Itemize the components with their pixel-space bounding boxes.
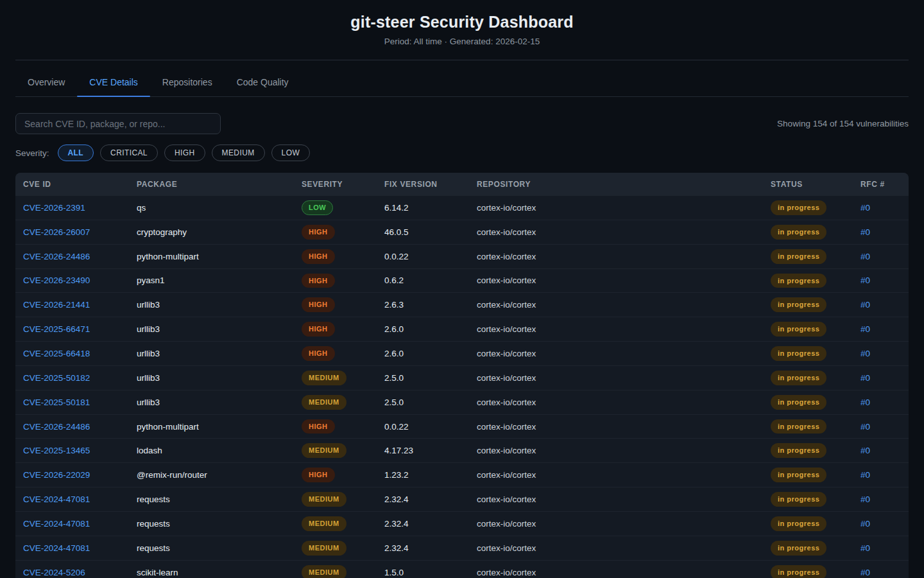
tab-overview[interactable]: Overview	[15, 60, 77, 96]
cve-link[interactable]: CVE-2025-13465	[23, 446, 90, 455]
cve-link[interactable]: CVE-2026-26007	[23, 227, 90, 237]
severity-cell: HIGH	[294, 414, 377, 439]
cve-link[interactable]: CVE-2024-47081	[23, 543, 90, 553]
severity-filter-high[interactable]: HIGH	[164, 144, 205, 161]
table-row: CVE-2024-47081 requests MEDIUM 2.32.4 co…	[15, 511, 909, 536]
package-cell: cryptography	[129, 220, 294, 244]
rfc-link[interactable]: #0	[860, 276, 870, 285]
severity-badge: MEDIUM	[302, 443, 346, 458]
rfc-cell: #0	[853, 244, 909, 268]
table-row: CVE-2026-26007 cryptography HIGH 46.0.5 …	[15, 220, 909, 244]
table-row: CVE-2026-24486 python-multipart HIGH 0.0…	[15, 414, 909, 439]
table-row: CVE-2024-47081 requests MEDIUM 2.32.4 co…	[15, 536, 909, 560]
rfc-link[interactable]: #0	[860, 495, 870, 504]
cve-link[interactable]: CVE-2024-5206	[23, 568, 85, 577]
cve-link[interactable]: CVE-2026-24486	[23, 252, 90, 261]
column-header-cve-id: CVE ID	[15, 173, 129, 196]
rfc-link[interactable]: #0	[860, 543, 870, 553]
severity-filter-medium[interactable]: MEDIUM	[212, 144, 265, 161]
severity-filter-low[interactable]: LOW	[271, 144, 311, 161]
severity-cell: HIGH	[294, 268, 377, 293]
severity-badge: HIGH	[302, 322, 335, 337]
cve-id-cell: CVE-2025-13465	[15, 439, 129, 463]
severity-filter-label: Severity:	[15, 148, 49, 158]
package-cell: urllib3	[129, 342, 294, 366]
fix-version-cell: 4.17.23	[377, 439, 469, 463]
rfc-link[interactable]: #0	[860, 227, 870, 237]
rfc-link[interactable]: #0	[860, 422, 870, 432]
tab-cve-details[interactable]: CVE Details	[77, 60, 150, 96]
cve-link[interactable]: CVE-2026-24486	[23, 422, 90, 432]
severity-filter-pill-label: LOW	[282, 148, 300, 157]
vulnerability-table-card: CVE ID PACKAGE SEVERITY FIX VERSION REPO…	[15, 173, 909, 578]
cve-id-cell: CVE-2026-2391	[15, 196, 129, 220]
cve-id-cell: CVE-2025-66471	[15, 317, 129, 342]
rfc-link[interactable]: #0	[860, 324, 870, 334]
cve-id-cell: CVE-2025-50181	[15, 390, 129, 414]
cve-link[interactable]: CVE-2026-21441	[23, 300, 90, 310]
status-cell: in progress	[763, 536, 853, 560]
tab-label: Repositories	[162, 77, 212, 87]
cve-id-cell: CVE-2026-21441	[15, 293, 129, 317]
column-header-repository: REPOSITORY	[469, 173, 763, 196]
severity-cell: HIGH	[294, 463, 377, 487]
severity-badge: HIGH	[302, 249, 335, 264]
cve-link[interactable]: CVE-2026-2391	[23, 203, 85, 213]
severity-filter-pill-label: MEDIUM	[222, 148, 255, 157]
rfc-link[interactable]: #0	[860, 203, 870, 213]
cve-link[interactable]: CVE-2026-23490	[23, 276, 90, 285]
package-cell: qs	[129, 196, 294, 220]
severity-badge: HIGH	[302, 346, 335, 361]
severity-badge: MEDIUM	[302, 565, 346, 578]
rfc-cell: #0	[853, 220, 909, 244]
tab-code-quality[interactable]: Code Quality	[225, 60, 301, 96]
rfc-link[interactable]: #0	[860, 373, 870, 383]
severity-cell: MEDIUM	[294, 536, 377, 560]
repository-cell: cortex-io/cortex	[469, 220, 763, 244]
status-cell: in progress	[763, 196, 853, 220]
rfc-link[interactable]: #0	[860, 568, 870, 577]
cve-id-cell: CVE-2026-24486	[15, 244, 129, 268]
search-input[interactable]	[15, 113, 221, 134]
package-cell: urllib3	[129, 390, 294, 414]
cve-link[interactable]: CVE-2024-47081	[23, 519, 90, 529]
repository-cell: cortex-io/cortex	[469, 365, 763, 390]
rfc-link[interactable]: #0	[860, 446, 870, 455]
fix-version-cell: 2.32.4	[377, 487, 469, 512]
rfc-link[interactable]: #0	[860, 470, 870, 480]
tab-bar: Overview CVE Details Repositories Code Q…	[15, 60, 909, 97]
severity-filter-critical[interactable]: CRITICAL	[100, 144, 158, 161]
cve-link[interactable]: CVE-2026-22029	[23, 470, 90, 480]
repository-cell: cortex-io/cortex	[469, 511, 763, 536]
cve-id-cell: CVE-2024-47081	[15, 487, 129, 512]
status-cell: in progress	[763, 365, 853, 390]
cve-link[interactable]: CVE-2025-50182	[23, 373, 90, 383]
table-row: CVE-2025-50182 urllib3 MEDIUM 2.5.0 cort…	[15, 365, 909, 390]
cve-link[interactable]: CVE-2025-66471	[23, 324, 90, 334]
rfc-link[interactable]: #0	[860, 300, 870, 310]
severity-cell: MEDIUM	[294, 365, 377, 390]
package-cell: requests	[129, 536, 294, 560]
severity-cell: MEDIUM	[294, 560, 377, 578]
table-row: CVE-2024-5206 scikit-learn MEDIUM 1.5.0 …	[15, 560, 909, 578]
severity-filter-row: Severity: ALL CRITICAL HIGH MEDIUM LOW	[15, 144, 909, 161]
rfc-link[interactable]: #0	[860, 519, 870, 529]
tab-repositories[interactable]: Repositories	[150, 60, 225, 96]
fix-version-cell: 0.0.22	[377, 414, 469, 439]
severity-filter-all[interactable]: ALL	[58, 144, 94, 161]
rfc-link[interactable]: #0	[860, 398, 870, 407]
cve-link[interactable]: CVE-2025-66418	[23, 349, 90, 358]
results-summary: Showing 154 of 154 vulnerabilities	[777, 119, 909, 128]
package-cell: @remix-run/router	[129, 463, 294, 487]
column-header-fix-version: FIX VERSION	[377, 173, 469, 196]
severity-badge: MEDIUM	[302, 395, 346, 410]
cve-link[interactable]: CVE-2024-47081	[23, 495, 90, 504]
severity-filter-pill-label: CRITICAL	[110, 148, 148, 157]
status-cell: in progress	[763, 390, 853, 414]
rfc-cell: #0	[853, 560, 909, 578]
severity-badge: HIGH	[302, 419, 335, 434]
cve-link[interactable]: CVE-2025-50181	[23, 398, 90, 407]
status-cell: in progress	[763, 463, 853, 487]
rfc-link[interactable]: #0	[860, 349, 870, 358]
rfc-link[interactable]: #0	[860, 252, 870, 261]
